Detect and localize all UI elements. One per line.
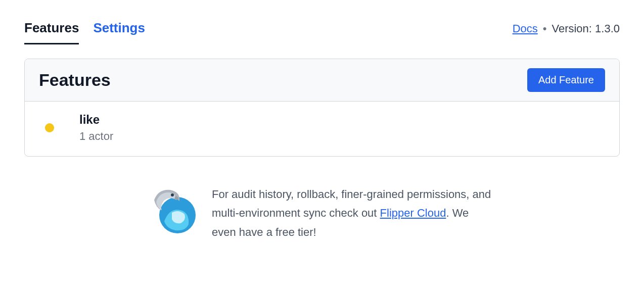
version-label: Version: 1.3.0 (551, 22, 620, 35)
tabs: Features Settings (24, 20, 145, 44)
docs-link[interactable]: Docs (513, 22, 538, 35)
top-right: Docs • Version: 1.3.0 (513, 20, 620, 35)
add-feature-button[interactable]: Add Feature (527, 68, 605, 92)
feature-row[interactable]: like 1 actor (25, 102, 619, 156)
tab-settings[interactable]: Settings (93, 20, 145, 44)
features-panel: Features Add Feature like 1 actor (24, 59, 620, 157)
panel-header: Features Add Feature (25, 59, 619, 102)
status-dot-icon (45, 123, 54, 132)
tab-features[interactable]: Features (24, 20, 79, 44)
feature-detail: 1 actor (79, 130, 113, 143)
flipper-logo-icon (149, 185, 198, 237)
topbar: Features Settings Docs • Version: 1.3.0 (24, 20, 620, 44)
feature-info: like 1 actor (79, 113, 113, 143)
promo-section: For audit history, rollback, finer-grain… (24, 185, 620, 241)
separator: • (543, 22, 547, 35)
svg-point-1 (171, 193, 174, 196)
feature-name: like (79, 113, 113, 127)
promo-text: For audit history, rollback, finer-grain… (212, 185, 495, 241)
flipper-cloud-link[interactable]: Flipper Cloud (380, 207, 446, 219)
panel-title: Features (39, 70, 111, 90)
